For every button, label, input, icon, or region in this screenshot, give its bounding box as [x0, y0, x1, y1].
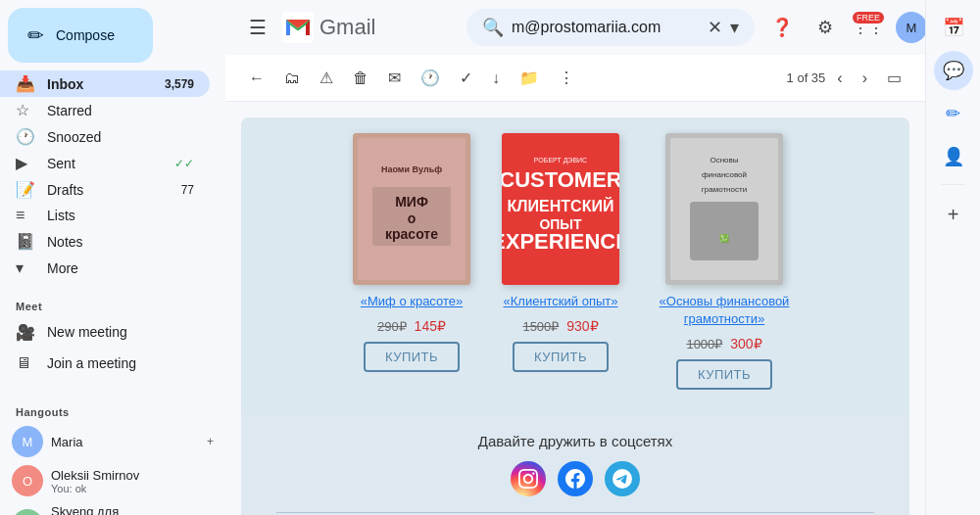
inbox-icon: 📥: [16, 74, 35, 93]
book-finance-price: 1000₽ 300₽: [686, 336, 761, 351]
drafts-count: 77: [181, 183, 194, 197]
download-button[interactable]: ↓: [484, 64, 508, 93]
sidebar-item-more[interactable]: ▾ More: [0, 255, 210, 281]
report-button[interactable]: ⚠: [312, 63, 341, 93]
facebook-icon[interactable]: [558, 461, 593, 496]
buy-myth-button[interactable]: КУПИТЬ: [364, 342, 460, 372]
person-outline-icon: 👤: [943, 146, 964, 167]
telegram-icon[interactable]: [605, 461, 640, 496]
star-icon: ☆: [16, 101, 35, 119]
hangout-maria[interactable]: M Maria +: [0, 422, 225, 461]
meet-section: Meet 🎥 New meeting 🖥 Join a meeting: [0, 281, 225, 387]
back-icon: ←: [249, 70, 265, 87]
download-icon: ↓: [492, 70, 500, 87]
avatar-button[interactable]: M: [892, 8, 925, 47]
hangouts-section: Hangouts M Maria + O Oleksii Smirnov You…: [0, 387, 225, 515]
archive-button[interactable]: 🗂: [276, 64, 308, 93]
book-finance-title[interactable]: «Основы финансовой грамотности»: [651, 293, 798, 328]
book-customer-svg: РОБЕРТ ДЭВИС CUSTOMER КЛИЕНТСКИЙ ОПЫТ EX…: [502, 133, 619, 285]
buy-customer-button[interactable]: КУПИТЬ: [513, 342, 609, 372]
book-myth-title[interactable]: «Миф о красоте»: [361, 293, 463, 310]
chat-bubble-icon: 💬: [943, 60, 964, 81]
sidebar-item-label: Sent: [47, 156, 172, 171]
email-button[interactable]: ✉: [380, 63, 409, 93]
hangouts-title: Hangouts: [0, 395, 225, 422]
right-divider: [942, 184, 965, 185]
search-input[interactable]: [512, 19, 708, 36]
gmail-text: Gmail: [319, 15, 375, 40]
hangout-oleksii-status: You: ok: [51, 483, 214, 494]
right-calendar-button[interactable]: 📅: [934, 8, 973, 47]
move-button[interactable]: 📁: [512, 63, 547, 93]
snooze-button[interactable]: 🕐: [413, 63, 448, 93]
hangout-maria-name: Maria: [51, 435, 207, 449]
svg-text:финансовой: финансовой: [702, 170, 747, 179]
book-finance-svg: Основы финансовой грамотности 💹: [665, 133, 783, 285]
prev-button[interactable]: ‹: [829, 66, 850, 91]
email-body: Наоми Вульф МИФ о красоте «Миф о красоте…: [241, 117, 909, 515]
hangout-oleksii[interactable]: O Oleksii Smirnov You: ok: [0, 461, 225, 500]
compose-icon: ✏: [27, 23, 44, 47]
menu-icon[interactable]: ☰: [241, 8, 274, 47]
snooze-icon: 🕐: [16, 127, 35, 146]
hangout-maria-info: Maria: [51, 435, 207, 449]
calendar-icon: 📅: [943, 17, 964, 38]
price-new: 930₽: [566, 318, 598, 334]
delete-button[interactable]: 🗑: [345, 64, 376, 93]
sidebar-item-inbox[interactable]: 📥 Inbox 3,579: [0, 70, 210, 97]
sidebar-item-starred[interactable]: ☆ Starred: [0, 97, 210, 123]
done-icon: ✓: [460, 69, 472, 87]
back-button[interactable]: ←: [241, 64, 272, 93]
google-apps-button[interactable]: ⋮⋮ FREE: [849, 8, 888, 47]
help-button[interactable]: ❓: [762, 8, 802, 47]
sidebar-item-snoozed[interactable]: 🕐 Snoozed: [0, 123, 210, 150]
hangout-oleksii-name: Oleksii Smirnov: [51, 468, 214, 483]
right-edit-button[interactable]: ✏: [934, 94, 973, 133]
book-item-customer: РОБЕРТ ДЭВИС CUSTOMER КЛИЕНТСКИЙ ОПЫТ EX…: [502, 133, 619, 390]
search-clear-icon[interactable]: ✕: [708, 17, 722, 38]
join-meeting-label: Join a meeting: [47, 355, 194, 371]
more-actions-button[interactable]: ⋮: [551, 63, 582, 93]
new-meeting-item[interactable]: 🎥 New meeting: [0, 316, 210, 348]
right-chat-button[interactable]: 💬: [934, 51, 973, 90]
svg-text:РОБЕРТ ДЭВИС: РОБЕРТ ДЭВИС: [534, 157, 587, 164]
sidebar-item-drafts[interactable]: 📝 Drafts 77: [0, 176, 210, 203]
next-button[interactable]: ›: [855, 66, 875, 91]
avatar-oleksii: O: [12, 465, 43, 496]
sidebar-item-sent[interactable]: ▶ Sent ✓✓: [0, 150, 210, 176]
email-content: Наоми Вульф МИФ о красоте «Миф о красоте…: [225, 102, 925, 515]
sidebar-item-notes[interactable]: 📓 Notes: [0, 228, 210, 255]
view-toggle-button[interactable]: ▭: [879, 65, 909, 91]
books-section: Наоми Вульф МИФ о красоте «Миф о красоте…: [241, 117, 909, 413]
sent-check: ✓✓: [174, 157, 194, 170]
sidebar-item-lists[interactable]: ≡ Lists: [0, 203, 210, 228]
instagram-icon[interactable]: [511, 461, 546, 496]
video-icon: 🎥: [16, 323, 35, 342]
topbar: ☰ Gmail 🔍 ✕ ▾ ❓ ⚙: [225, 0, 925, 55]
book-customer-title[interactable]: «Клиентский опыт»: [504, 293, 618, 310]
hangout-add-icon[interactable]: +: [207, 435, 214, 448]
join-meeting-item[interactable]: 🖥 Join a meeting: [0, 348, 210, 379]
sidebar-item-label: Notes: [47, 234, 194, 250]
right-add-button[interactable]: +: [934, 193, 973, 232]
sidebar: ✏ Compose 📥 Inbox 3,579 ☆ Starred 🕐 Snoo…: [0, 0, 225, 515]
avatar: M: [896, 12, 925, 43]
delete-icon: 🗑: [353, 70, 368, 87]
price-new: 300₽: [730, 336, 761, 351]
right-person-button[interactable]: 👤: [934, 137, 973, 176]
meet-title: Meet: [0, 289, 225, 316]
hangout-skyeng[interactable]: S Skyeng для преподавателей You were in …: [0, 500, 225, 515]
folder-icon: 📁: [519, 69, 539, 87]
more-actions-icon: ⋮: [559, 69, 574, 87]
email-toolbar: ← 🗂 ⚠ 🗑 ✉ 🕐 ✓ ↓ 📁 ⋮ 1 of 35 ‹: [225, 55, 925, 102]
book-myth-price: 290₽ 145₽: [377, 318, 446, 334]
sidebar-item-label: Starred: [47, 103, 194, 118]
compose-button[interactable]: ✏ Compose: [8, 8, 153, 63]
send-icon: ▶: [16, 154, 35, 172]
settings-button[interactable]: ⚙: [806, 8, 845, 47]
done-button[interactable]: ✓: [452, 63, 480, 93]
sidebar-item-label: Snoozed: [47, 129, 194, 145]
buy-finance-button[interactable]: КУПИТЬ: [676, 359, 772, 390]
search-dropdown-icon[interactable]: ▾: [730, 17, 739, 38]
inbox-count: 3,579: [165, 77, 194, 91]
